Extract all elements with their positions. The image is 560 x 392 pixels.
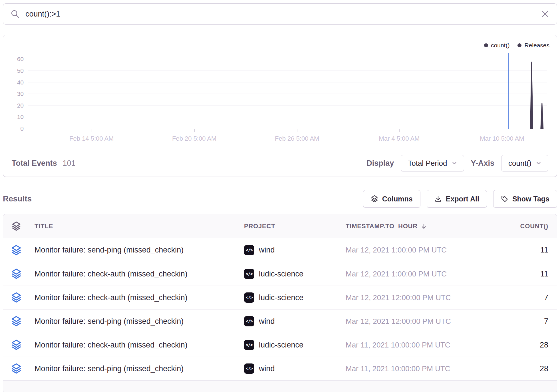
y-axis-tick-label: 50 — [17, 67, 24, 74]
count-value: 7 — [466, 293, 557, 302]
export-all-button-label: Export All — [446, 195, 479, 203]
table-row[interactable]: Monitor failure: send-ping (missed_check… — [3, 238, 557, 262]
chevron-down-icon — [452, 161, 457, 166]
total-events-value: 101 — [63, 159, 76, 168]
stack-icon — [11, 340, 22, 350]
show-tags-button[interactable]: Show Tags — [493, 190, 557, 208]
column-header-project[interactable]: PROJECT — [241, 223, 341, 230]
chart-series-layer — [28, 52, 547, 129]
timestamp-value: Mar 11, 2021 10:00:00 PM UTC — [341, 341, 466, 349]
column-header-timestamp-label: TIMESTAMP.TO_HOUR — [346, 223, 418, 230]
y-axis-tick-label: 20 — [17, 102, 24, 109]
column-header-count[interactable]: COUNT() — [466, 223, 557, 230]
count-value: 11 — [466, 270, 557, 278]
table-body: Monitor failure: send-ping (missed_check… — [3, 238, 557, 380]
display-dropdown-value: Total Period — [408, 159, 447, 168]
stack-icon — [11, 316, 22, 327]
timestamp-value: Mar 12, 2021 12:00:00 PM UTC — [341, 317, 466, 326]
chart-stats-row: Total Events 101 Display Total Period Y-… — [3, 150, 557, 177]
count-value: 28 — [466, 364, 557, 373]
x-axis-tick — [92, 129, 92, 132]
x-axis-tick — [297, 129, 298, 132]
legend-label: Releases — [524, 42, 549, 49]
stack-icon — [11, 292, 22, 303]
stack-icon — [11, 245, 22, 256]
platform-code-icon: </> — [244, 269, 254, 279]
table-row[interactable]: Monitor failure: check-auth (missed_chec… — [3, 262, 557, 286]
count-value: 7 — [466, 317, 557, 326]
legend-dot-icon — [517, 43, 521, 47]
table-row[interactable]: Monitor failure: check-auth (missed_chec… — [3, 286, 557, 309]
sort-descending-icon — [420, 223, 427, 230]
x-axis-tick-label: Mar 4 5:00 AM — [379, 135, 420, 142]
display-dropdown[interactable]: Total Period — [401, 155, 464, 171]
event-title-link[interactable]: Monitor failure: check-auth (missed_chec… — [35, 293, 188, 302]
table-row[interactable]: Monitor failure: send-ping (missed_check… — [3, 357, 557, 380]
chart-plot[interactable]: 0102030405060Feb 14 5:00 AMFeb 20 5:00 A… — [28, 52, 547, 129]
event-title-link[interactable]: Monitor failure: check-auth (missed_chec… — [35, 341, 188, 349]
total-events-label: Total Events — [12, 159, 57, 168]
stack-icon — [11, 221, 21, 231]
yaxis-dropdown-value: count() — [508, 159, 531, 168]
stack-icon — [11, 363, 22, 374]
table-header-row: TITLE PROJECT TIMESTAMP.TO_HOUR COUNT() — [3, 214, 557, 238]
stack-icon — [11, 268, 22, 279]
event-title-link[interactable]: Monitor failure: send-ping (missed_check… — [35, 317, 184, 326]
platform-code-icon: </> — [244, 316, 254, 326]
platform-code-icon: </> — [244, 340, 254, 350]
table-row[interactable]: Monitor failure: send-ping (missed_check… — [3, 309, 557, 333]
export-all-button[interactable]: Export All — [427, 190, 487, 208]
y-axis-tick-label: 0 — [20, 125, 24, 132]
search-icon — [11, 9, 20, 19]
project-name: ludic-science — [259, 341, 303, 349]
table-row[interactable]: Monitor failure: check-auth (missed_chec… — [3, 333, 557, 357]
event-title-link[interactable]: Monitor failure: check-auth (missed_chec… — [35, 270, 188, 278]
count-value: 28 — [466, 341, 557, 349]
y-axis-tick-label: 10 — [17, 114, 24, 120]
column-header-title[interactable]: TITLE — [29, 223, 241, 230]
download-icon — [434, 195, 442, 203]
count-series-spike — [540, 102, 543, 129]
count-value: 11 — [466, 246, 557, 254]
x-axis-tick-label: Mar 10 5:00 AM — [480, 135, 524, 142]
legend-label: count() — [491, 42, 509, 49]
x-axis-tick — [194, 129, 195, 132]
columns-button[interactable]: Columns — [363, 190, 420, 208]
y-axis-tick-label: 40 — [17, 79, 24, 86]
yaxis-label: Y-Axis — [471, 159, 495, 168]
results-header: Results Columns Export All Show Tags — [3, 190, 557, 208]
results-title: Results — [3, 194, 32, 203]
project-name: ludic-science — [259, 293, 303, 302]
platform-code-icon: </> — [244, 292, 254, 303]
stack-icon — [371, 195, 378, 203]
results-table: TITLE PROJECT TIMESTAMP.TO_HOUR COUNT() … — [3, 214, 557, 392]
event-title-link[interactable]: Monitor failure: send-ping (missed_check… — [35, 364, 184, 373]
project-name: wind — [259, 246, 275, 254]
x-axis-tick-label: Feb 26 5:00 AM — [275, 135, 319, 142]
legend-dot-icon — [484, 43, 488, 47]
timestamp-value: Mar 12, 2021 1:00:00 PM UTC — [341, 246, 466, 254]
project-name: ludic-science — [259, 270, 303, 278]
project-name: wind — [259, 317, 275, 326]
legend-item-count[interactable]: count() — [484, 42, 509, 49]
column-header-timestamp[interactable]: TIMESTAMP.TO_HOUR — [341, 223, 466, 230]
events-chart-panel: count() Releases 0102030405060Feb 14 5:0… — [3, 35, 557, 177]
timestamp-value: Mar 12, 2021 12:00:00 PM UTC — [341, 293, 466, 302]
timestamp-value: Mar 12, 2021 1:00:00 PM UTC — [341, 270, 466, 278]
y-axis-tick-label: 30 — [17, 90, 24, 97]
chevron-down-icon — [536, 161, 541, 166]
display-label: Display — [366, 159, 394, 168]
search-bar[interactable]: count():>1 — [3, 3, 557, 25]
tag-icon — [501, 195, 508, 203]
event-title-link[interactable]: Monitor failure: send-ping (missed_check… — [35, 246, 184, 254]
clear-search-icon[interactable] — [541, 10, 549, 18]
columns-button-label: Columns — [382, 195, 413, 203]
table-footer — [3, 380, 557, 392]
search-input[interactable]: count():>1 — [25, 10, 541, 19]
x-axis-tick — [399, 129, 400, 132]
legend-item-releases[interactable]: Releases — [517, 42, 549, 49]
yaxis-dropdown[interactable]: count() — [501, 155, 548, 171]
platform-code-icon: </> — [244, 245, 254, 255]
x-axis-tick-label: Feb 14 5:00 AM — [69, 135, 114, 142]
count-series-spike — [530, 61, 533, 129]
